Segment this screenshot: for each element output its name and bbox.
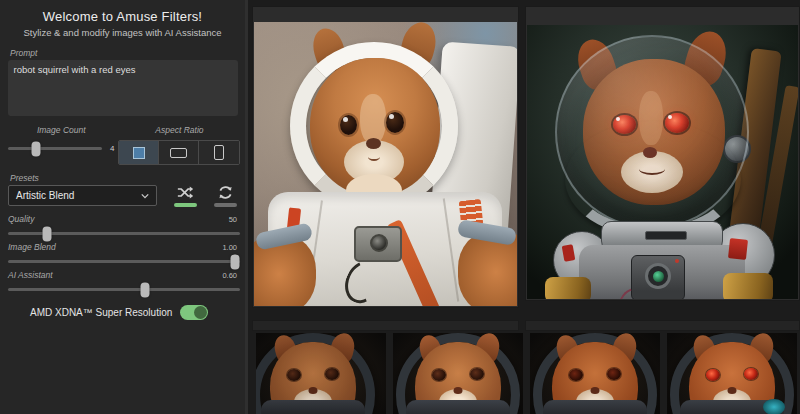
quality-group: Quality 50 (0, 214, 245, 235)
aspect-ratio-group: Aspect Ratio (118, 125, 240, 165)
image-blend-group: Image Blend 1.00 (0, 242, 245, 263)
image-count-label: Image Count (8, 125, 114, 135)
prompt-input[interactable]: robot squirrel with a red eyes (8, 60, 238, 116)
image-blend-label: Image Blend (8, 242, 56, 252)
presets-label: Presets (10, 173, 245, 183)
image-blend-value: 1.00 (222, 243, 237, 252)
main-image-panel-right (525, 6, 800, 301)
super-resolution-label: AMD XDNA™ Super Resolution (30, 307, 172, 318)
image-count-slider-thumb[interactable] (32, 141, 41, 156)
page-title: Welcome to Amuse Filters! (0, 9, 245, 24)
image-count-value: 4 (110, 144, 114, 153)
generated-image-left[interactable] (254, 22, 517, 306)
image-count-group: Image Count 4 (8, 125, 114, 165)
shuffle-button[interactable] (174, 185, 197, 207)
thumbnail-1[interactable] (256, 333, 386, 414)
filmstrip-chrome-right (525, 320, 800, 331)
count-ratio-row: Image Count 4 Aspect Ratio (0, 125, 245, 165)
super-resolution-row: AMD XDNA™ Super Resolution (30, 305, 245, 320)
quality-label: Quality (8, 214, 34, 224)
ai-assistant-value: 0.60 (222, 271, 237, 280)
aspect-square-button[interactable] (119, 141, 159, 164)
aspect-portrait-button[interactable] (199, 141, 239, 164)
prompt-label: Prompt (10, 48, 245, 58)
quality-slider-thumb[interactable] (43, 226, 52, 241)
super-resolution-toggle[interactable] (180, 305, 208, 320)
image-blend-slider[interactable] (8, 260, 240, 263)
main-image-panel-left (252, 6, 519, 308)
refresh-icon (217, 185, 234, 200)
control-sidebar: Welcome to Amuse Filters! Stylize & and … (0, 0, 248, 414)
filmstrip-chrome-left (252, 320, 519, 331)
thumbnail-3[interactable] (530, 333, 660, 414)
refresh-button[interactable] (214, 185, 237, 207)
thumbnail-2[interactable] (393, 333, 523, 414)
quality-slider[interactable] (8, 232, 240, 235)
chevron-down-icon (141, 192, 149, 200)
aspect-landscape-button[interactable] (159, 141, 199, 164)
thumbnail-4[interactable] (667, 333, 797, 414)
aspect-ratio-label: Aspect Ratio (118, 125, 240, 135)
shuffle-active-indicator (174, 203, 197, 207)
presets-row: Artistic Blend (0, 185, 245, 207)
presets-dropdown[interactable]: Artistic Blend (8, 185, 157, 206)
image-blend-slider-thumb[interactable] (231, 254, 240, 269)
toggle-knob (194, 306, 207, 319)
portrait-icon (214, 145, 224, 160)
generated-image-right[interactable] (527, 25, 798, 299)
ai-assistant-group: AI Assistant 0.60 (0, 270, 245, 291)
shuffle-icon (177, 185, 194, 200)
page-subtitle: Stylize & and modify images with AI Assi… (0, 27, 245, 38)
ai-assistant-label: AI Assistant (8, 270, 53, 280)
image-count-slider[interactable] (8, 147, 102, 150)
landscape-icon (170, 148, 187, 158)
presets-selected-value: Artistic Blend (16, 190, 74, 201)
amuse-filters-window: Welcome to Amuse Filters! Stylize & and … (0, 0, 800, 414)
quality-value: 50 (229, 215, 237, 224)
image-workspace (251, 0, 800, 414)
ai-assistant-slider[interactable] (8, 288, 240, 291)
ai-assistant-slider-thumb[interactable] (140, 282, 149, 297)
square-icon (133, 147, 145, 159)
refresh-indicator (214, 203, 237, 207)
